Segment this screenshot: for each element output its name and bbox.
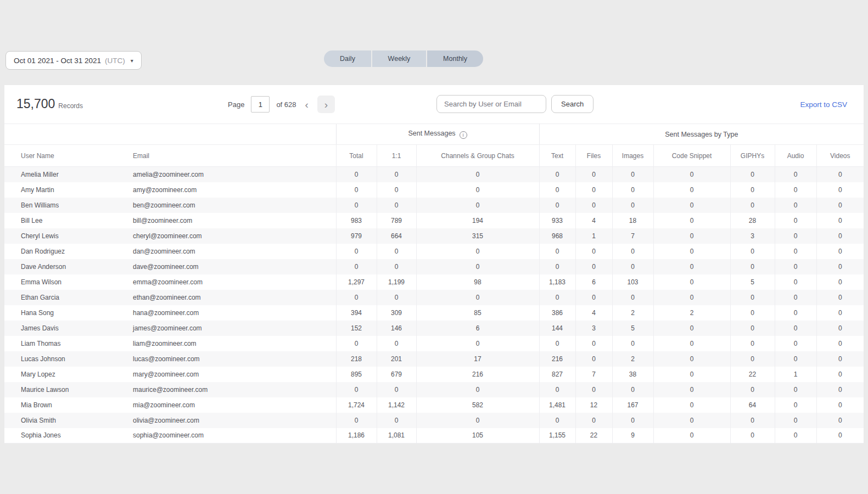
value-cell: 0 (816, 305, 864, 321)
sent-messages-label: Sent Messages (408, 130, 455, 137)
toggle-daily[interactable]: Daily (324, 50, 371, 67)
table-row: Cheryl Lewischeryl@zoomineer.com97966431… (4, 228, 864, 244)
value-cell: 0 (816, 274, 864, 290)
value-cell: 0 (816, 290, 864, 305)
value-cell: 5 (730, 274, 775, 290)
column-header-channels-group-chats: Channels & Group Chats (416, 145, 539, 167)
column-header-audio: Audio (775, 145, 816, 167)
pagination: Page of 628 ‹ › (228, 96, 335, 113)
value-cell: 22 (575, 428, 612, 444)
table-row: Ethan Garciaethan@zoomineer.com000000000… (4, 290, 864, 305)
previous-page-button[interactable]: ‹ (303, 99, 311, 110)
value-cell: 0 (416, 244, 539, 259)
value-cell: 0 (336, 167, 377, 182)
date-range-picker[interactable]: Oct 01 2021 - Oct 31 2021 (UTC) ▾ (5, 51, 142, 70)
value-cell: 789 (377, 213, 416, 228)
info-icon[interactable]: i (460, 131, 467, 139)
value-cell: 0 (730, 428, 775, 444)
timezone-label: (UTC) (105, 57, 125, 65)
value-cell: 0 (377, 167, 416, 182)
value-cell: 983 (336, 213, 377, 228)
table-row: Mia Brownmia@zoomineer.com1,7241,1425821… (4, 397, 864, 413)
value-cell: 0 (775, 259, 816, 274)
value-cell: 0 (653, 198, 730, 213)
value-cell: 0 (575, 351, 612, 367)
value-cell: 0 (575, 259, 612, 274)
email-cell: ethan@zoomineer.com (126, 290, 336, 305)
value-cell: 144 (539, 321, 575, 336)
user-name-cell: Maurice Lawson (4, 382, 126, 397)
value-cell: 0 (336, 290, 377, 305)
value-cell: 0 (377, 290, 416, 305)
granularity-toggle: DailyWeeklyMonthly (324, 50, 483, 67)
value-cell: 1 (575, 228, 612, 244)
value-cell: 201 (377, 351, 416, 367)
table-row: Dave Andersondave@zoomineer.com000000000… (4, 259, 864, 274)
value-cell: 0 (653, 213, 730, 228)
value-cell: 0 (416, 290, 539, 305)
value-cell: 827 (539, 367, 575, 382)
value-cell: 968 (539, 228, 575, 244)
table-row: Maurice Lawsonmaurice@zoomineer.com00000… (4, 382, 864, 397)
chevron-left-icon: ‹ (305, 99, 309, 110)
value-cell: 0 (377, 259, 416, 274)
email-cell: hana@zoomineer.com (126, 305, 336, 321)
export-to-csv-link[interactable]: Export to CSV (800, 100, 847, 109)
column-header-row: User NameEmailTotal1:1Channels & Group C… (4, 145, 864, 167)
column-header-email: Email (126, 145, 336, 167)
search-input[interactable] (436, 95, 546, 113)
email-cell: amelia@zoomineer.com (126, 167, 336, 182)
value-cell: 0 (730, 305, 775, 321)
value-cell: 0 (730, 290, 775, 305)
value-cell: 0 (775, 290, 816, 305)
value-cell: 0 (653, 367, 730, 382)
next-page-button[interactable]: › (317, 96, 335, 113)
table-row: Lucas Johnsonlucas@zoomineer.com21820117… (4, 351, 864, 367)
value-cell: 0 (612, 198, 653, 213)
table-row: Liam Thomasliam@zoomineer.com0000000000 (4, 336, 864, 351)
value-cell: 0 (816, 244, 864, 259)
chevron-down-icon: ▾ (131, 58, 133, 64)
user-name-cell: Dan Rodriguez (4, 244, 126, 259)
value-cell: 0 (653, 428, 730, 444)
value-cell: 0 (653, 382, 730, 397)
value-cell: 0 (336, 413, 377, 428)
value-cell: 0 (612, 336, 653, 351)
value-cell: 0 (377, 244, 416, 259)
column-header-videos: Videos (816, 145, 864, 167)
records-summary: 15,700 Records (16, 97, 83, 111)
value-cell: 4 (575, 213, 612, 228)
value-cell: 0 (816, 367, 864, 382)
page-input[interactable] (251, 96, 270, 113)
toggle-monthly[interactable]: Monthly (426, 50, 483, 67)
value-cell: 146 (377, 321, 416, 336)
value-cell: 105 (416, 428, 539, 444)
value-cell: 0 (730, 382, 775, 397)
value-cell: 0 (539, 182, 575, 198)
group-header-sent-messages: Sent Messagesi (336, 124, 539, 145)
user-name-cell: James Davis (4, 321, 126, 336)
column-header-total: Total (336, 145, 377, 167)
user-name-cell: Dave Anderson (4, 259, 126, 274)
value-cell: 0 (653, 413, 730, 428)
value-cell: 0 (575, 167, 612, 182)
value-cell: 0 (730, 182, 775, 198)
value-cell: 3 (575, 321, 612, 336)
value-cell: 0 (653, 259, 730, 274)
value-cell: 0 (416, 336, 539, 351)
column-header-files: Files (575, 145, 612, 167)
value-cell: 0 (775, 228, 816, 244)
email-cell: dave@zoomineer.com (126, 259, 336, 274)
toggle-weekly[interactable]: Weekly (371, 50, 426, 67)
value-cell: 103 (612, 274, 653, 290)
search-button[interactable]: Search (551, 95, 593, 113)
value-cell: 0 (336, 259, 377, 274)
value-cell: 979 (336, 228, 377, 244)
value-cell: 0 (816, 336, 864, 351)
value-cell: 0 (816, 213, 864, 228)
value-cell: 0 (816, 321, 864, 336)
chevron-right-icon: › (324, 99, 328, 110)
value-cell: 0 (775, 382, 816, 397)
value-cell: 0 (775, 321, 816, 336)
value-cell: 98 (416, 274, 539, 290)
